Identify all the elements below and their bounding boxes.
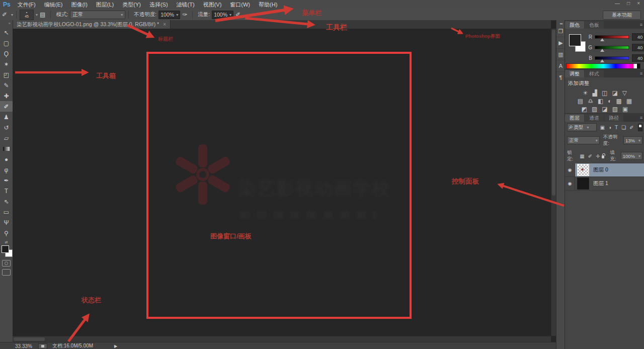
posterize-icon[interactable]: ▨	[592, 106, 597, 112]
menu-filter[interactable]: 滤镜(T)	[177, 1, 195, 9]
layer-thumbnail[interactable]	[577, 164, 589, 176]
brush-tool-icon[interactable]: ✐	[2, 11, 7, 18]
panel-menu-icon[interactable]: ≡	[640, 115, 642, 120]
toolbox-collapse-icon[interactable]: »	[0, 20, 13, 27]
tab-adjustments[interactable]: 调整	[565, 70, 584, 77]
black-swatch[interactable]	[637, 64, 640, 68]
filter-kind-smart-icon[interactable]: ✐	[629, 125, 633, 130]
filter-kind-image-icon[interactable]: ▣	[600, 125, 605, 130]
layer-row-0[interactable]: ◉ 图层 0	[565, 163, 644, 177]
selective-color-icon[interactable]: ▣	[622, 106, 628, 112]
visibility-eye-icon[interactable]: ◉	[568, 181, 572, 186]
hue-saturation-icon[interactable]: ▤	[578, 98, 583, 104]
workspace-switcher-button[interactable]: 基本功能	[603, 11, 641, 20]
brush-preset-picker[interactable]: • 45	[20, 10, 34, 20]
dodge-tool-button[interactable]: φ	[0, 164, 13, 175]
panel-menu-icon[interactable]: ≡	[640, 22, 642, 27]
eraser-tool-button[interactable]: ▱	[0, 133, 13, 143]
toggle-brush-panel-icon[interactable]: ▤	[40, 11, 45, 18]
crop-tool-button[interactable]: ◰	[0, 69, 13, 80]
filter-kind-group-icon[interactable]: ❏	[621, 125, 626, 130]
maximize-button[interactable]: □	[627, 1, 630, 6]
swap-colors-icon[interactable]: ⇄	[0, 240, 13, 244]
exposure-icon[interactable]: ◪	[612, 90, 617, 96]
tablet-pressure-icon[interactable]: ✑	[182, 11, 187, 18]
menu-view[interactable]: 视图(V)	[203, 1, 222, 9]
document-tab[interactable]: 染艺影视动画学校LOGO-01.png @ 33.3%(图层 0, RGB/8#…	[13, 20, 171, 29]
tab-layers[interactable]: 图层	[565, 114, 584, 122]
white-swatch[interactable]	[633, 64, 637, 68]
airbrush-icon[interactable]: ✐	[235, 11, 240, 18]
layer-thumbnail[interactable]	[577, 178, 589, 190]
color-lookup-icon[interactable]: ▦	[626, 98, 632, 104]
photo-filter-icon[interactable]: ◐	[608, 98, 611, 104]
foreground-color-swatch[interactable]	[569, 34, 581, 46]
tab-styles[interactable]: 样式	[585, 70, 604, 77]
invert-icon[interactable]: ◩	[582, 106, 587, 112]
color-spectrum-ramp[interactable]	[566, 63, 640, 69]
lasso-tool-button[interactable]: Ϙ	[0, 48, 13, 59]
menu-help[interactable]: 帮助(H)	[259, 1, 277, 9]
panel-menu-icon[interactable]: ≡	[640, 71, 642, 76]
blur-tool-button[interactable]: ●	[0, 154, 13, 164]
gradient-tool-button[interactable]	[0, 143, 13, 154]
lock-transparent-pixels-icon[interactable]: ▦	[580, 153, 584, 159]
slider-thumb[interactable]	[600, 38, 604, 41]
black-white-icon[interactable]: ◧	[598, 98, 603, 104]
tab-paths[interactable]: 路径	[604, 114, 623, 122]
close-tab-icon[interactable]: ×	[163, 22, 166, 27]
quick-mask-button[interactable]	[2, 260, 11, 267]
close-button[interactable]: ×	[637, 1, 640, 6]
channel-mixer-icon[interactable]: ▩	[616, 98, 622, 104]
menu-window[interactable]: 窗口(W)	[230, 1, 250, 9]
minimize-button[interactable]: —	[615, 1, 620, 6]
vibrance-icon[interactable]: ▽	[622, 90, 627, 96]
opacity-field[interactable]: 100% ▾	[158, 11, 180, 19]
status-options-arrow-icon[interactable]: ▶	[114, 344, 117, 348]
threshold-icon[interactable]: ◪	[602, 106, 607, 112]
filter-kind-adjustment-icon[interactable]: ◑	[608, 125, 611, 130]
move-tool-button[interactable]: ↖	[0, 27, 13, 38]
lock-position-icon[interactable]: ✛	[596, 153, 600, 159]
properties-panel-icon[interactable]: ▥	[556, 49, 565, 60]
layer-fill-field[interactable]: 100% ▾	[621, 152, 642, 160]
tab-channels[interactable]: 通道	[585, 114, 604, 122]
color-balance-icon[interactable]: ♎	[588, 98, 593, 104]
tab-color[interactable]: 颜色	[565, 21, 584, 29]
menu-select[interactable]: 选择(S)	[149, 1, 168, 9]
zoom-tool-button[interactable]: ⚲	[0, 228, 13, 238]
brightness-contrast-icon[interactable]: ☀	[583, 90, 588, 96]
path-selection-tool-button[interactable]: ⇖	[0, 196, 13, 207]
layer-filter-select[interactable]: ⚲ 类型 ▾	[567, 123, 597, 131]
green-slider[interactable]	[595, 46, 629, 49]
history-panel-icon[interactable]: ❐	[556, 26, 565, 37]
menu-edit[interactable]: 编辑(E)	[44, 1, 63, 9]
slider-thumb[interactable]	[600, 59, 604, 62]
blend-mode-select[interactable]: 正常 ▾	[70, 11, 125, 19]
brush-tool-button[interactable]: ✐	[0, 101, 13, 112]
layer-name[interactable]: 图层 0	[593, 166, 608, 173]
filter-toggle-switch[interactable]	[638, 124, 642, 131]
tab-swatches[interactable]: 色板	[585, 21, 604, 29]
menu-image[interactable]: 图像(I)	[71, 1, 87, 9]
filter-kind-type-icon[interactable]: T	[615, 125, 618, 130]
menu-type[interactable]: 类型(Y)	[122, 1, 141, 9]
flow-field[interactable]: 100% ▾	[212, 11, 233, 19]
type-tool-button[interactable]: T	[0, 186, 13, 196]
foreground-color-swatch[interactable]	[2, 245, 9, 253]
levels-icon[interactable]: ▟	[593, 90, 597, 96]
character-panel-icon[interactable]: A	[556, 60, 565, 72]
quick-selection-tool-button[interactable]: ✶	[0, 59, 13, 69]
layer-opacity-field[interactable]: 13% ▾	[623, 136, 642, 144]
expand-panels-icon[interactable]: ◂◂	[556, 20, 565, 26]
lock-all-icon[interactable]	[602, 155, 605, 158]
chevron-down-icon[interactable]: ▾	[36, 13, 38, 17]
eyedropper-tool-button[interactable]: ✎	[0, 80, 13, 91]
marquee-tool-button[interactable]: ▢	[0, 38, 13, 48]
menu-file[interactable]: 文件(F)	[18, 1, 36, 9]
red-slider[interactable]	[595, 35, 629, 39]
screen-mode-button[interactable]	[2, 269, 11, 276]
layer-blend-mode-select[interactable]: 正常 ▾	[567, 136, 600, 144]
pen-tool-button[interactable]: ✒	[0, 175, 13, 186]
layer-name[interactable]: 图层 1	[593, 180, 608, 187]
